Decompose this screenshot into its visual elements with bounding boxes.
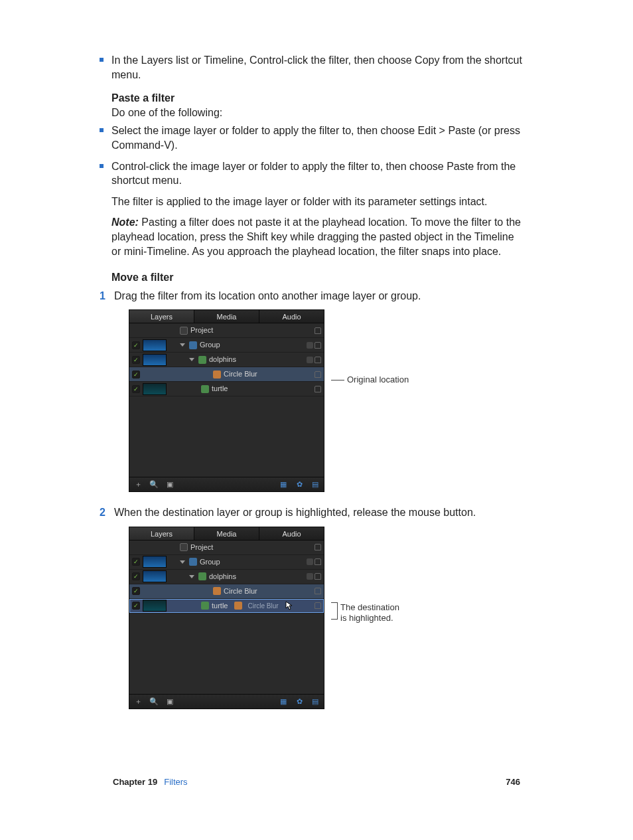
layers-rows: Project ✓ Group xyxy=(129,541,324,694)
layers-panel-1: Layers Media Audio Project ✓ xyxy=(129,309,324,492)
callout-text: is highlighted. xyxy=(340,613,399,624)
checkbox-icon[interactable]: ✓ xyxy=(132,356,140,364)
bullet-text: Control-click the image layer or folder … xyxy=(111,161,516,187)
drag-ghost-label: Circle Blur xyxy=(247,602,278,611)
paste-bullets: Select the image layer or folder to appl… xyxy=(100,124,524,187)
steps-list: Drag the filter from its location onto a… xyxy=(100,289,524,709)
chapter-name: Filters xyxy=(164,777,187,787)
row-label: dolphins xyxy=(209,572,304,582)
callout-text: The destination xyxy=(340,602,399,613)
filter-icon xyxy=(213,371,221,378)
lock-icon[interactable] xyxy=(315,544,321,550)
paste-heading: Paste a filter xyxy=(111,91,524,106)
row-circle-blur[interactable]: ✓ Circle Blur xyxy=(129,584,324,599)
add-icon[interactable]: ＋ xyxy=(133,480,143,489)
checkbox-icon[interactable]: ✓ xyxy=(132,558,140,566)
tab-media[interactable]: Media xyxy=(194,310,259,323)
note-text: Pasting a filter does not paste it at th… xyxy=(111,216,521,256)
disclosure-icon[interactable] xyxy=(189,575,194,578)
step-item: Drag the filter from its location onto a… xyxy=(100,289,524,493)
disclosure-icon[interactable] xyxy=(180,343,185,347)
mask-icon[interactable]: ▣ xyxy=(165,480,175,489)
lock-icon[interactable] xyxy=(315,558,321,565)
thumbnail xyxy=(143,556,167,568)
panel-tabs: Layers Media Audio xyxy=(129,527,324,541)
step-item: When the destination layer or group is h… xyxy=(100,505,524,709)
project-icon xyxy=(180,543,188,551)
row-dolphins[interactable]: ✓ dolphins xyxy=(129,353,324,367)
lock-icon[interactable] xyxy=(315,602,321,609)
gear-icon[interactable]: ✿ xyxy=(295,480,304,489)
lock-icon[interactable] xyxy=(315,342,321,349)
page-content: In the Layers list or Timeline, Control-… xyxy=(100,53,524,709)
row-label: Project xyxy=(190,325,312,335)
callout-text: Original location xyxy=(347,375,409,384)
callout-1: Original location xyxy=(331,375,409,385)
clip-icon[interactable]: ▤ xyxy=(311,480,320,489)
row-label: Project xyxy=(190,543,312,552)
chapter-number: Chapter 19 xyxy=(113,777,157,787)
image-icon xyxy=(201,602,209,610)
row-turtle[interactable]: ✓ turtle xyxy=(129,382,324,396)
extra-icon[interactable] xyxy=(307,558,313,565)
row-project[interactable]: Project xyxy=(129,541,324,555)
tab-layers[interactable]: Layers xyxy=(129,310,194,323)
panel-toolbar: ＋ 🔍 ▣ ▦ ✿ ▤ xyxy=(129,694,324,709)
tab-audio[interactable]: Audio xyxy=(259,310,324,323)
move-heading: Move a filter xyxy=(111,270,524,285)
gear-icon[interactable]: ✿ xyxy=(295,697,304,706)
layers-rows: Project ✓ Group xyxy=(129,323,324,477)
panel-tabs: Layers Media Audio xyxy=(129,310,324,323)
page-footer: Chapter 19 Filters 746 xyxy=(113,777,520,787)
filter-icon xyxy=(213,587,221,595)
row-label: turtle xyxy=(212,601,228,611)
lock-icon[interactable] xyxy=(315,386,321,392)
callout-2: The destination is highlighted. xyxy=(331,602,399,623)
applied-para: The filter is applied to the image layer… xyxy=(111,195,524,209)
lock-icon[interactable] xyxy=(315,588,321,594)
mask-icon[interactable]: ▣ xyxy=(165,697,175,706)
extra-icon[interactable] xyxy=(307,573,313,580)
checkbox-icon[interactable]: ✓ xyxy=(132,572,140,580)
row-project[interactable]: Project xyxy=(129,323,324,338)
project-icon xyxy=(180,327,188,335)
checkbox-icon[interactable]: ✓ xyxy=(132,602,140,610)
lock-icon[interactable] xyxy=(315,357,321,363)
extra-icon[interactable] xyxy=(307,357,313,363)
thumbnail xyxy=(143,354,167,366)
tab-layers[interactable]: Layers xyxy=(129,527,194,540)
disclosure-icon[interactable] xyxy=(180,560,185,564)
clip-icon[interactable]: ▤ xyxy=(311,697,320,706)
tab-audio[interactable]: Audio xyxy=(259,527,324,540)
extra-icon[interactable] xyxy=(307,342,313,349)
bullet-item: Select the image layer or folder to appl… xyxy=(100,124,524,152)
image-icon xyxy=(198,572,206,580)
search-icon[interactable]: 🔍 xyxy=(149,480,159,489)
checkbox-icon[interactable]: ✓ xyxy=(132,371,140,378)
row-dolphins[interactable]: ✓ dolphins xyxy=(129,570,324,584)
row-label: Group xyxy=(200,557,304,567)
search-icon[interactable]: 🔍 xyxy=(149,697,159,706)
group-icon xyxy=(189,558,197,566)
lock-icon[interactable] xyxy=(315,371,321,378)
note-label: Note: xyxy=(111,216,139,228)
row-turtle-drop[interactable]: ✓ turtle Circle Blur xyxy=(129,599,324,614)
thumbnail xyxy=(143,570,167,582)
row-group[interactable]: ✓ Group xyxy=(129,555,324,570)
checkbox-icon[interactable]: ✓ xyxy=(132,587,140,595)
lock-icon[interactable] xyxy=(315,573,321,580)
step-text: Drag the filter from its location onto a… xyxy=(114,290,421,301)
add-icon[interactable]: ＋ xyxy=(133,697,143,706)
tab-media[interactable]: Media xyxy=(194,527,259,540)
bullet-item: Control-click the image layer or folder … xyxy=(100,159,524,188)
lock-icon[interactable] xyxy=(315,327,321,334)
keyframe-icon[interactable]: ▦ xyxy=(279,480,288,489)
checkbox-icon[interactable]: ✓ xyxy=(132,341,140,349)
keyframe-icon[interactable]: ▦ xyxy=(279,697,288,706)
filter-icon xyxy=(234,602,242,610)
disclosure-icon[interactable] xyxy=(189,358,194,361)
row-circle-blur[interactable]: ✓ Circle Blur xyxy=(129,367,324,382)
bullet-item: In the Layers list or Timeline, Control-… xyxy=(100,53,524,82)
row-group[interactable]: ✓ Group xyxy=(129,338,324,353)
checkbox-icon[interactable]: ✓ xyxy=(132,385,140,393)
